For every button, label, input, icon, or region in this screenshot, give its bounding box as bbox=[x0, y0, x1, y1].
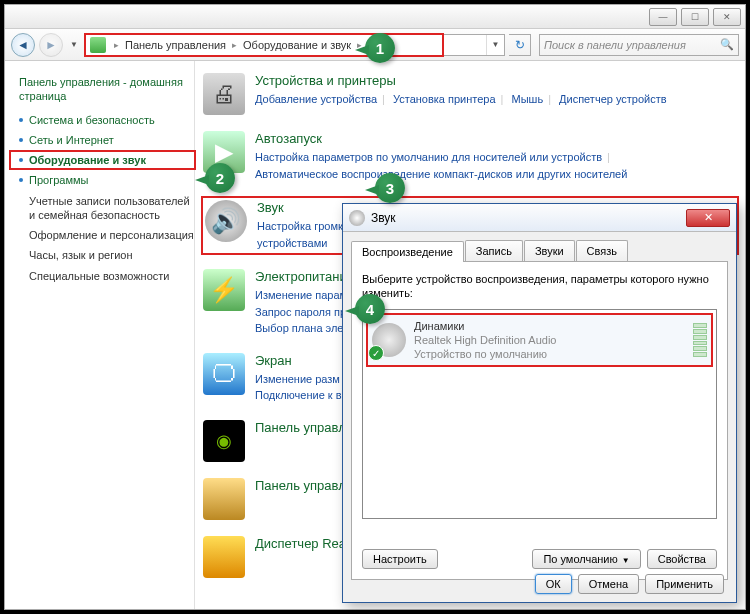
refresh-button[interactable]: ↻ bbox=[509, 34, 531, 56]
sidebar-item-programs[interactable]: Программы bbox=[19, 174, 194, 186]
link-install-printer[interactable]: Установка принтера bbox=[393, 93, 496, 105]
dialog-title: Звук bbox=[371, 211, 396, 225]
link-mouse[interactable]: Мышь bbox=[512, 93, 544, 105]
dialog-body: Воспроизведение Запись Звуки Связь Выбер… bbox=[343, 232, 736, 588]
tab-sounds[interactable]: Звуки bbox=[524, 240, 575, 261]
link-autoplay-defaults[interactable]: Настройка параметров по умолчанию для но… bbox=[255, 151, 602, 163]
breadcrumb-root[interactable]: Панель управления bbox=[123, 39, 228, 51]
breadcrumb-sep: ▸ bbox=[228, 40, 241, 50]
check-icon: ✓ bbox=[368, 345, 384, 361]
link-add-device[interactable]: Добавление устройства bbox=[255, 93, 377, 105]
maximize-button[interactable]: ☐ bbox=[681, 8, 709, 26]
sidebar-item-clock[interactable]: Часы, язык и регион bbox=[29, 248, 194, 262]
control-panel-window: — ☐ ✕ ◄ ► ▼ ▸ Панель управления ▸ Оборуд… bbox=[4, 4, 746, 610]
speaker-icon: 🔊 bbox=[205, 200, 247, 242]
tab-playback[interactable]: Воспроизведение bbox=[351, 241, 464, 262]
nav-history-dropdown[interactable]: ▼ bbox=[67, 33, 81, 57]
tab-communications[interactable]: Связь bbox=[576, 240, 628, 261]
device-name: Динамики bbox=[414, 319, 556, 333]
speaker-device-icon: ✓ bbox=[372, 323, 406, 357]
callout-2: 2 bbox=[205, 163, 235, 193]
dialog-footer: ОК Отмена Применить bbox=[535, 574, 724, 594]
tab-strip: Воспроизведение Запись Звуки Связь bbox=[351, 240, 728, 262]
callout-1: 1 bbox=[365, 33, 395, 63]
nvidia-icon: ◉ bbox=[203, 420, 245, 462]
device-text: Динамики Realtek High Definition Audio У… bbox=[414, 319, 556, 362]
tab-recording[interactable]: Запись bbox=[465, 240, 523, 261]
default-button[interactable]: По умолчанию▼ bbox=[532, 549, 640, 569]
configure-button[interactable]: Настроить bbox=[362, 549, 438, 569]
device-list[interactable]: ✓ Динамики Realtek High Definition Audio… bbox=[362, 309, 717, 519]
level-meter bbox=[693, 323, 707, 357]
search-icon[interactable]: 🔍 bbox=[720, 38, 734, 51]
link-device-manager[interactable]: Диспетчер устройств bbox=[559, 93, 667, 105]
category-autoplay: ▶ Автозапуск Настройка параметров по умо… bbox=[203, 131, 737, 182]
breadcrumb-current[interactable]: Оборудование и звук bbox=[241, 39, 353, 51]
minimize-button[interactable]: — bbox=[649, 8, 677, 26]
highlight-box-2 bbox=[9, 150, 196, 170]
cancel-button[interactable]: Отмена bbox=[578, 574, 639, 594]
realtek-icon bbox=[203, 536, 245, 578]
titlebar: — ☐ ✕ bbox=[5, 5, 745, 29]
tab-panel: Выберите устройство воспроизведения, пар… bbox=[351, 262, 728, 580]
power-icon: ⚡ bbox=[203, 269, 245, 311]
sidebar-item-network[interactable]: Сеть и Интернет bbox=[19, 134, 194, 146]
sidebar-item-users[interactable]: Учетные записи пользователей и семейная … bbox=[29, 194, 194, 223]
forward-button[interactable]: ► bbox=[39, 33, 63, 57]
sidebar-item-access[interactable]: Специальные возможности bbox=[29, 269, 194, 283]
device-driver: Realtek High Definition Audio bbox=[414, 333, 556, 347]
device-item-speakers[interactable]: ✓ Динамики Realtek High Definition Audio… bbox=[366, 313, 713, 368]
panel-icon bbox=[203, 478, 245, 520]
address-bar[interactable]: ▸ Панель управления ▸ Оборудование и зву… bbox=[85, 34, 505, 56]
device-status: Устройство по умолчанию bbox=[414, 347, 556, 361]
close-button[interactable]: ✕ bbox=[713, 8, 741, 26]
sidebar-item-appearance[interactable]: Оформление и персонализация bbox=[29, 228, 194, 242]
dialog-titlebar: Звук ✕ bbox=[343, 204, 736, 232]
printer-icon: 🖨 bbox=[203, 73, 245, 115]
search-placeholder: Поиск в панели управления bbox=[544, 39, 686, 51]
category-title[interactable]: Автозапуск bbox=[255, 131, 737, 146]
category-links: Добавление устройства| Установка принтер… bbox=[255, 91, 737, 108]
category-title[interactable]: Устройства и принтеры bbox=[255, 73, 737, 88]
apply-button[interactable]: Применить bbox=[645, 574, 724, 594]
location-icon bbox=[90, 37, 106, 53]
sidebar: Панель управления - домашняя страница Си… bbox=[5, 61, 195, 609]
ok-button[interactable]: ОК bbox=[535, 574, 572, 594]
sidebar-home[interactable]: Панель управления - домашняя страница bbox=[19, 75, 194, 104]
address-dropdown[interactable]: ▼ bbox=[486, 35, 504, 55]
monitor-icon: 🖵 bbox=[203, 353, 245, 395]
sidebar-item-system[interactable]: Система и безопасность bbox=[19, 114, 194, 126]
speaker-icon bbox=[349, 210, 365, 226]
link-text-size[interactable]: Изменение разм bbox=[255, 373, 340, 385]
category-devices: 🖨 Устройства и принтеры Добавление устро… bbox=[203, 73, 737, 115]
link-connect-display[interactable]: Подключение к в bbox=[255, 389, 342, 401]
breadcrumb-sep: ▸ bbox=[110, 40, 123, 50]
dialog-close-button[interactable]: ✕ bbox=[686, 209, 730, 227]
sound-dialog: Звук ✕ Воспроизведение Запись Звуки Связ… bbox=[342, 203, 737, 603]
instruction-text: Выберите устройство воспроизведения, пар… bbox=[362, 272, 717, 301]
sidebar-item-hardware-sound[interactable]: Оборудование и звук bbox=[19, 154, 194, 166]
tab-button-row: Настроить По умолчанию▼ Свойства bbox=[362, 549, 717, 569]
link-autoplay-cd[interactable]: Автоматическое воспроизведение компакт-д… bbox=[255, 168, 627, 180]
callout-3: 3 bbox=[375, 173, 405, 203]
properties-button[interactable]: Свойства bbox=[647, 549, 717, 569]
callout-4: 4 bbox=[355, 294, 385, 324]
search-input[interactable]: Поиск в панели управления 🔍 bbox=[539, 34, 739, 56]
category-links: Настройка параметров по умолчанию для но… bbox=[255, 149, 737, 182]
back-button[interactable]: ◄ bbox=[11, 33, 35, 57]
